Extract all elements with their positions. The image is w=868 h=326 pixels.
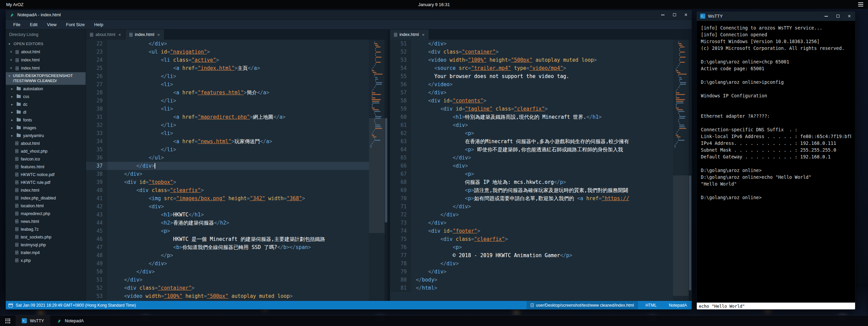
code-line-47[interactable]: 47 <b>你知道我們全線伺服器已轉用 SSD 了嗎?</b></span> [86,243,369,251]
code-line-57[interactable]: 57 </div> [390,89,673,97]
open-editor-item[interactable]: ×about.html [6,48,86,56]
code-line-28[interactable]: 28 <a href="features.html">簡介</a> [86,89,369,97]
code-line-79[interactable]: 79 </div> [390,268,673,276]
tree-file-HKWTC rule.pdf[interactable]: HKWTC rule.pdf [6,178,86,186]
minimap-right[interactable] [673,40,689,301]
code-line-22[interactable]: 22 </div> [86,40,369,48]
code-line-42[interactable]: 42 <div> [86,203,369,211]
maximize-button[interactable] [669,10,680,19]
menu-item-help[interactable]: Help [89,20,108,29]
code-line-23[interactable]: 23 <ul id="navigation"> [86,48,369,56]
code-line-52[interactable]: 52 <div class="container"> [390,48,673,56]
maximize-button[interactable] [832,12,844,21]
code-line-50[interactable]: 50 </div> [86,268,369,276]
code-line-56[interactable]: 56 </video> [390,80,673,89]
tree-file-mapredirect.php[interactable]: mapredirect.php [6,210,86,217]
code-line-66[interactable]: 66 <div> [390,162,673,170]
close-editor-icon[interactable]: × [10,50,13,54]
code-line-54[interactable]: 54 <source src="trailer.mp4" type="video… [390,64,673,72]
code-line-45[interactable]: 45 <p> [86,227,369,235]
code-line-71[interactable]: 71 </div> [390,203,673,211]
code-line-75[interactable]: 75 <div class="clearfix"> [390,235,673,243]
menu-item-file[interactable]: File [8,20,25,29]
tree-file-index.php_disabled[interactable]: index.php_disabled [6,194,86,202]
pane-splitter[interactable] [388,30,390,301]
code-line-59[interactable]: 59 <div id="tagline" class="clearfix"> [390,105,673,113]
code-line-81[interactable]: 81</html> [390,284,673,292]
code-line-27[interactable]: 27 <li> [86,80,369,89]
code-line-24[interactable]: 24 <li class="active"> [86,56,369,64]
code-line-65[interactable]: 65 </div> [390,154,673,162]
code-line-36[interactable]: 36 </ul> [86,154,369,162]
code-line-55[interactable]: 55 Your browser does not support the vid… [390,72,673,80]
code-line-74[interactable]: 74 <div id="footer"> [390,227,673,235]
code-line-58[interactable]: 58 <div id="contents"> [390,97,673,105]
code-line-73[interactable]: 73 </div> [390,219,673,227]
code-line-48[interactable]: 48 </p> [86,251,369,260]
code-line-35[interactable]: 35 </li> [86,146,369,154]
tree-folder-yamlyamlru[interactable]: ▸yamlyamlru [6,132,86,139]
taskbar-item-notepada[interactable]: NotepadA [50,315,90,326]
close-button[interactable]: × [844,12,855,21]
start-menu-button[interactable] [0,315,16,326]
minimize-button[interactable] [657,10,669,19]
close-editor-icon[interactable]: × [10,58,13,62]
tree-file-x.php[interactable]: x.php [6,256,86,264]
code-line-30[interactable]: 30 <li> [86,105,369,113]
code-line-31[interactable]: 31 <a href="mapredirect.php">網上地圖</a> [86,113,369,121]
close-tab-icon[interactable]: × [422,32,425,37]
tree-file-teabag.7z[interactable]: teabag.7z [6,225,86,233]
code-line-29[interactable]: 29 </li> [86,97,369,105]
code-line-39[interactable]: 39 <div id="topbox"> [86,178,369,186]
tree-folder-images[interactable]: ▸images [6,124,86,132]
tree-file-index.html[interactable]: index.html [6,186,86,194]
file-path[interactable]: user/Desktop/screenshot/test/www cleaned… [527,301,638,309]
scrollbar-left[interactable] [385,40,388,301]
open-editor-item[interactable]: ×index.html [6,56,86,64]
code-line-46[interactable]: 46 HKWTC 是一個 Minecraft 的建築伺服器,主要建築計劃包括鐵路 [86,235,369,243]
code-editor-right[interactable]: 51 </div>52 <div class="container">53 <v… [390,40,673,301]
code-line-51[interactable]: 51 </div> [390,40,673,48]
minimize-button[interactable] [820,12,832,21]
open-editors-section[interactable]: ▾ OPEN EDITORS [6,40,86,48]
code-line-80[interactable]: 80</body> [390,276,673,284]
code-line-37[interactable]: 37 </div> [86,162,369,170]
code-editor-left[interactable]: 22 </div>23 <ul id="navigation">24 <li c… [86,40,369,301]
editor-tab-about.html[interactable]: about.html× [86,30,125,40]
code-line-67[interactable]: 67 <p> [390,170,673,178]
tree-root-selected[interactable]: ▾USER:/DESKTOP/SCREENSHOT /TEST/WWW CLEA… [6,72,86,85]
code-line-32[interactable]: 32 </li> [86,121,369,129]
menu-item-edit[interactable]: Edit [25,20,42,29]
tree-folder-dl[interactable]: ▸dl [6,108,86,116]
terminal-input[interactable] [697,303,855,309]
minimap-viewport[interactable] [673,175,689,295]
code-line-64[interactable]: 64 <p> 即使你不是建築師,你也能透過紅石師或鐵路工程師的身份加入我 [390,146,673,154]
editor-tab-index.html[interactable]: index.html× [390,30,429,40]
code-line-52[interactable]: 52 <div class="container"> [86,284,369,292]
code-line-68[interactable]: 68 伺服器 IP 地址為: mcs.hkwtc.org</p> [390,178,673,186]
tree-file-favicon.ico[interactable]: favicon.ico [6,155,86,163]
wstty-titlebar[interactable]: >_ WsTTY × [697,12,855,21]
arozos-menu-button[interactable]: My ArOZ [0,0,30,9]
minimap-left[interactable] [369,40,385,301]
tree-file-trailer.mp4[interactable]: trailer.mp4 [6,249,86,256]
close-tab-icon[interactable]: × [157,32,160,37]
code-line-69[interactable]: 69 <p>請注意,我們的伺服器為確保玩家及遊玩時的質素,我們對的服務開闢 [390,186,673,194]
menu-item-font-size[interactable]: Font Size [61,20,89,29]
code-line-62[interactable]: 62 <p> [390,129,673,137]
scrollbar-thumb[interactable] [385,118,387,223]
tree-folder-css[interactable]: ▸css [6,93,86,100]
tree-file-add_vhost.php[interactable]: add_vhost.php [6,147,86,155]
code-line-61[interactable]: 61 <div> [390,121,673,129]
tree-folder-fonts[interactable]: ▸fonts [6,116,86,124]
taskbar-item-wstty[interactable]: >_WsTTY [16,315,50,326]
code-line-76[interactable]: 76 <p> [390,243,673,251]
open-editor-item[interactable]: ×index.html [6,64,86,72]
code-line-43[interactable]: 43 <h1>HKWTC</h1> [86,211,369,219]
code-line-53[interactable]: 53 <video width="100%" height="500px" au… [390,56,673,64]
code-line-77[interactable]: 77 © 2018 - 2019 HKWTC Animation Gamer</… [390,251,673,260]
code-line-38[interactable]: 38 </div> [86,170,369,178]
code-line-53[interactable]: 53 <video width="100%" height="500px" au… [86,292,369,300]
scrollbar-right[interactable] [689,40,692,301]
code-line-78[interactable]: 78 </div> [390,260,673,268]
